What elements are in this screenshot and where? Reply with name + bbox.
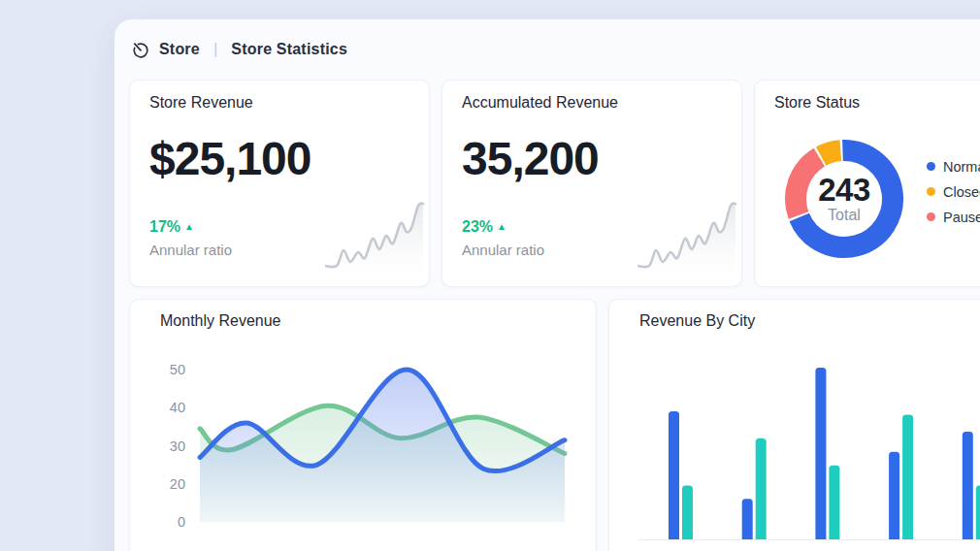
legend-label: Paused bbox=[943, 210, 980, 225]
delta-value: 23% bbox=[462, 217, 493, 237]
revenue-by-city-chart bbox=[609, 300, 980, 551]
legend-item-closed[interactable]: Closed bbox=[927, 183, 980, 200]
stat-subtitle: Annular ratio bbox=[149, 241, 232, 260]
dashboard-page: { "header": { "app_label": "Store", "div… bbox=[0, 0, 980, 551]
store-status-card: Store Status 243 Total Normal Closed Pau… bbox=[754, 80, 980, 287]
breadcrumb-store-statistics[interactable]: Store Statistics bbox=[231, 41, 347, 58]
stat-delta: 17% ▲ bbox=[149, 217, 194, 237]
legend-label: Closed bbox=[943, 184, 980, 200]
legend-dot-paused bbox=[927, 212, 935, 221]
legend-dot-normal bbox=[927, 162, 935, 171]
arrow-up-icon: ▲ bbox=[497, 217, 506, 237]
stat-value: $25,100 bbox=[149, 136, 311, 182]
breadcrumb-store[interactable]: Store bbox=[159, 41, 200, 58]
delta-value: 17% bbox=[149, 217, 180, 237]
donut-legend: Normal Closed Paused bbox=[927, 158, 980, 225]
monthly-revenue-chart bbox=[130, 300, 596, 551]
stat-delta: 23% ▲ bbox=[462, 217, 506, 237]
breadcrumb-divider: | bbox=[213, 40, 217, 59]
card-title: Accumulated Revenue bbox=[462, 94, 618, 112]
legend-item-normal[interactable]: Normal bbox=[927, 158, 980, 175]
legend-dot-closed bbox=[927, 187, 935, 196]
breadcrumb: Store | Store Statistics bbox=[131, 40, 347, 59]
legend-item-paused[interactable]: Paused bbox=[927, 209, 980, 225]
timer-icon bbox=[131, 40, 150, 59]
stat-subtitle: Annular ratio bbox=[462, 241, 544, 260]
trend-sparkline-chart bbox=[325, 202, 426, 276]
card-title: Store Revenue bbox=[149, 94, 253, 112]
main-panel: Store | Store Statistics Store Revenue $… bbox=[114, 19, 980, 551]
legend-label: Normal bbox=[943, 159, 980, 175]
trend-sparkline-chart bbox=[637, 202, 738, 276]
arrow-up-icon: ▲ bbox=[184, 217, 194, 237]
store-revenue-card: Store Revenue $25,100 17% ▲ Annular rati… bbox=[129, 80, 430, 287]
stat-value: 35,200 bbox=[462, 136, 599, 182]
revenue-by-city-card: Revenue By City bbox=[608, 299, 980, 551]
monthly-revenue-card: Monthly Revenue 50 40 30 20 0 bbox=[129, 299, 597, 551]
accumulated-revenue-card: Accumulated Revenue 35,200 23% ▲ Annular… bbox=[441, 80, 742, 287]
